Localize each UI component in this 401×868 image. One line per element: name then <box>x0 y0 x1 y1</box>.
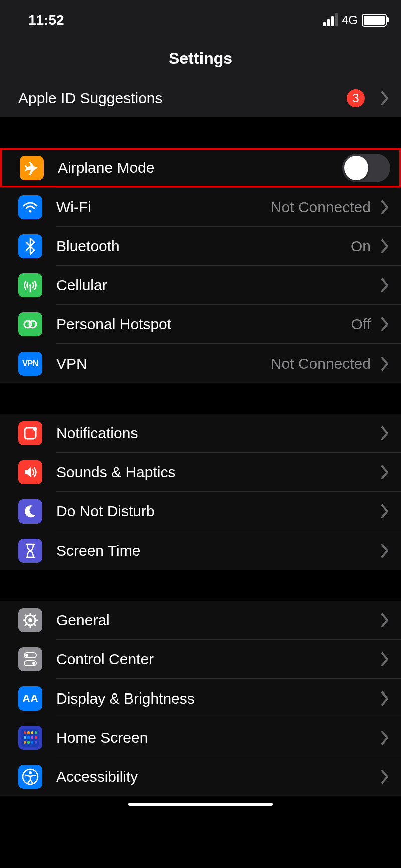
battery-icon <box>362 14 387 27</box>
sounds-label: Sounds & Haptics <box>56 464 175 481</box>
signal-icon <box>323 14 338 26</box>
accessibility-label: Accessibility <box>56 768 138 785</box>
bluetooth-icon <box>18 234 42 258</box>
dnd-label: Do Not Disturb <box>56 503 155 520</box>
airplane-icon <box>20 156 44 180</box>
svg-point-8 <box>28 618 32 622</box>
svg-line-16 <box>25 624 27 626</box>
chevron-right-icon <box>378 426 392 440</box>
wifi-label: Wi-Fi <box>56 199 91 216</box>
bluetooth-label: Bluetooth <box>56 238 120 255</box>
display-label: Display & Brightness <box>56 690 195 707</box>
status-indicators: 4G <box>323 13 387 27</box>
chevron-right-icon <box>378 613 392 627</box>
app-grid-icon <box>18 726 42 750</box>
chevron-right-icon <box>378 317 392 331</box>
svg-line-14 <box>34 624 36 626</box>
svg-point-0 <box>29 210 32 212</box>
chevron-right-icon <box>378 691 392 706</box>
hotspot-detail: Off <box>351 316 371 333</box>
apple-id-suggestions-label: Apple ID Suggestions <box>18 90 163 107</box>
hourglass-icon <box>18 539 42 563</box>
notifications-label: Notifications <box>56 425 138 442</box>
speaker-icon <box>18 460 42 484</box>
wifi-icon <box>18 195 42 219</box>
vpn-detail: Not Connected <box>271 355 371 372</box>
status-bar: 11:52 4G <box>0 0 401 40</box>
chevron-right-icon <box>378 770 392 784</box>
network-label: 4G <box>342 13 358 27</box>
cellular-icon <box>18 273 42 297</box>
accessibility-icon <box>18 765 42 789</box>
vpn-label: VPN <box>56 355 87 372</box>
apple-id-badge: 3 <box>347 89 365 107</box>
svg-point-2 <box>29 284 31 286</box>
apple-id-suggestions-row[interactable]: Apple ID Suggestions 3 <box>0 79 401 117</box>
control-center-label: Control Center <box>56 651 154 668</box>
home-screen-row[interactable]: Home Screen <box>0 718 401 757</box>
svg-point-18 <box>29 771 32 774</box>
bluetooth-detail: On <box>351 238 371 255</box>
vpn-icon: VPN <box>18 352 42 376</box>
wifi-row[interactable]: Wi-Fi Not Connected <box>0 188 401 226</box>
general-row[interactable]: General <box>0 601 401 639</box>
chevron-right-icon <box>378 465 392 479</box>
home-screen-label: Home Screen <box>56 729 148 746</box>
svg-line-13 <box>25 615 27 617</box>
display-row[interactable]: AA Display & Brightness <box>0 679 401 718</box>
sounds-row[interactable]: Sounds & Haptics <box>0 453 401 491</box>
chevron-right-icon <box>378 239 392 253</box>
control-center-row[interactable]: Control Center <box>0 640 401 678</box>
chevron-right-icon <box>378 200 392 214</box>
wifi-detail: Not Connected <box>271 199 371 216</box>
gear-icon <box>18 608 42 632</box>
airplane-mode-row[interactable]: Airplane Mode <box>0 148 401 187</box>
chevron-right-icon <box>378 91 392 105</box>
chevron-right-icon <box>378 544 392 558</box>
notifications-row[interactable]: Notifications <box>0 414 401 452</box>
chevron-right-icon <box>378 731 392 745</box>
general-label: General <box>56 612 110 629</box>
notifications-icon <box>18 421 42 445</box>
hotspot-row[interactable]: Personal Hotspot Off <box>0 305 401 343</box>
svg-point-4 <box>29 321 36 328</box>
chevron-right-icon <box>378 278 392 292</box>
cellular-label: Cellular <box>56 277 107 294</box>
svg-line-15 <box>34 615 36 617</box>
hotspot-icon <box>18 312 42 336</box>
text-size-icon: AA <box>18 686 42 711</box>
screentime-row[interactable]: Screen Time <box>0 531 401 570</box>
bluetooth-row[interactable]: Bluetooth On <box>0 227 401 265</box>
toggles-icon <box>18 647 42 671</box>
vpn-row[interactable]: VPN VPN Not Connected <box>0 344 401 383</box>
chevron-right-icon <box>378 652 392 666</box>
airplane-mode-toggle[interactable] <box>342 154 390 182</box>
hotspot-label: Personal Hotspot <box>56 316 171 333</box>
svg-point-6 <box>33 427 37 431</box>
accessibility-row[interactable]: Accessibility <box>0 757 401 796</box>
moon-icon <box>18 499 42 524</box>
dnd-row[interactable]: Do Not Disturb <box>0 492 401 531</box>
airplane-mode-label: Airplane Mode <box>58 159 154 177</box>
chevron-right-icon <box>378 357 392 371</box>
home-indicator[interactable] <box>0 796 401 810</box>
chevron-right-icon <box>378 504 392 518</box>
page-title: Settings <box>0 40 401 79</box>
status-time: 11:52 <box>28 12 64 28</box>
screentime-label: Screen Time <box>56 542 140 559</box>
cellular-row[interactable]: Cellular <box>0 266 401 304</box>
